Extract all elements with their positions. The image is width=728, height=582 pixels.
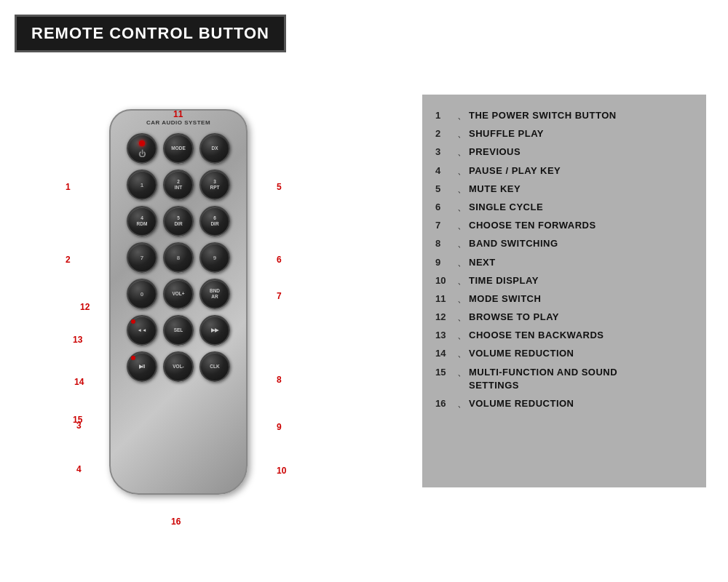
legend-sep-13: 、 (457, 329, 469, 342)
btn-play-pause[interactable]: ▶II (127, 351, 157, 382)
legend-item-7: 7 、 CHOOSE TEN FORWARDS (435, 219, 693, 232)
btn-clk[interactable]: CLK (199, 351, 230, 382)
title-text: REMOTE CONTROL BUTTON (31, 24, 269, 42)
callout-16: 16 (171, 517, 181, 527)
callout-2: 2 (66, 255, 71, 265)
legend-text-7: CHOOSE TEN FORWARDS (469, 219, 596, 232)
legend-num-8: 8 (435, 237, 457, 250)
legend-text-4: PAUSE / PLAY KEY (469, 164, 561, 178)
btn-prev[interactable]: ◄◄ (127, 315, 157, 346)
power-button[interactable]: ⏻ (127, 133, 157, 164)
callout-4: 4 (76, 464, 82, 474)
mode-button[interactable]: MODE (163, 133, 194, 164)
legend-item-8: 8 、 BAND SWITCHING (435, 237, 693, 250)
legend-sep-9: 、 (457, 256, 469, 269)
legend-item-9: 9 、 NEXT (435, 256, 693, 269)
btn-row-6: ◄◄ SEL ▶▶ (127, 315, 230, 346)
legend-text-12: BROWSE TO PLAY (469, 311, 559, 324)
legend-num-13: 13 (435, 329, 457, 342)
legend-panel: 1 、 THE POWER SWITCH BUTTON 2 、 SHUFFLE … (422, 95, 706, 487)
callout-10: 10 (277, 466, 286, 476)
legend-sep-14: 、 (457, 347, 469, 360)
legend-num-1: 1 (435, 109, 457, 122)
btn-3-rpt[interactable]: 3RPT (199, 170, 230, 200)
title-banner: REMOTE CONTROL BUTTON (15, 15, 286, 52)
legend-item-14: 14 、 VOLUME REDUCTION (435, 347, 693, 360)
legend-text-5: MUTE KEY (469, 183, 521, 196)
legend-item-10: 10 、 TIME DISPLAY (435, 274, 693, 287)
btn-sel[interactable]: SEL (163, 315, 194, 346)
callout-6: 6 (277, 255, 282, 265)
legend-container: 1 、 THE POWER SWITCH BUTTON 2 、 SHUFFLE … (435, 109, 693, 410)
btn-row-4: 7 8 9 (127, 242, 230, 273)
legend-num-2: 2 (435, 127, 457, 140)
callout-12: 12 (80, 302, 90, 312)
legend-sep-3: 、 (457, 146, 469, 159)
btn-1[interactable]: 1 (127, 170, 157, 200)
legend-num-15: 15 (435, 366, 457, 392)
btn-row-1: ⏻ MODE DX (127, 133, 230, 164)
legend-sep-6: 、 (457, 201, 469, 214)
legend-num-11: 11 (435, 292, 457, 306)
btn-row-2: 1 2INT 3RPT (127, 170, 230, 200)
btn-9[interactable]: 9 (199, 242, 230, 273)
legend-sep-1: 、 (457, 109, 469, 122)
legend-text-16: VOLUME REDUCTION (469, 397, 574, 410)
callout-14: 14 (74, 377, 84, 387)
legend-sep-4: 、 (457, 164, 469, 178)
legend-text-14: VOLUME REDUCTION (469, 347, 574, 360)
legend-num-3: 3 (435, 146, 457, 159)
remote-brand-label: CAR AUDIO SYSTEM (146, 119, 210, 126)
legend-text-15: MULTI-FUNCTION AND SOUNDSETTINGS (469, 366, 617, 392)
btn-vol-up[interactable]: VOL+ (163, 279, 194, 309)
legend-num-14: 14 (435, 347, 457, 360)
legend-item-12: 12 、 BROWSE TO PLAY (435, 311, 693, 324)
btn-row-7: ▶II VOL- CLK (127, 351, 230, 382)
remote-body: CAR AUDIO SYSTEM ⏻ MODE DX 1 2INT 3RPT (109, 109, 248, 495)
legend-item-15: 15 、 MULTI-FUNCTION AND SOUNDSETTINGS (435, 366, 693, 392)
legend-num-6: 6 (435, 201, 457, 214)
btn-4-rdm[interactable]: 4RDM (127, 206, 157, 236)
legend-num-4: 4 (435, 164, 457, 178)
dx-button[interactable]: DX (199, 133, 230, 164)
callout-5: 5 (277, 182, 282, 192)
btn-6-dir[interactable]: 6DIR (199, 206, 230, 236)
btn-next[interactable]: ▶▶ (199, 315, 230, 346)
btn-5-dir[interactable]: 5DIR (163, 206, 194, 236)
callout-11: 11 (173, 109, 183, 119)
legend-sep-8: 、 (457, 237, 469, 250)
legend-item-11: 11 、 MODE SWITCH (435, 292, 693, 306)
legend-sep-11: 、 (457, 292, 469, 306)
legend-sep-15: 、 (457, 366, 469, 392)
callout-9: 9 (277, 422, 282, 432)
legend-text-6: SINGLE CYCLE (469, 201, 543, 214)
legend-text-2: SHUFFLE PLAY (469, 127, 544, 140)
remote-area: CAR AUDIO SYSTEM ⏻ MODE DX 1 2INT 3RPT (44, 87, 320, 538)
callout-7: 7 (277, 291, 282, 301)
legend-text-9: NEXT (469, 256, 496, 269)
btn-vol-down[interactable]: VOL- (163, 351, 194, 382)
legend-num-7: 7 (435, 219, 457, 232)
legend-item-13: 13 、 CHOOSE TEN BACKWARDS (435, 329, 693, 342)
legend-sep-12: 、 (457, 311, 469, 324)
legend-num-10: 10 (435, 274, 457, 287)
btn-row-3: 4RDM 5DIR 6DIR (127, 206, 230, 236)
legend-text-11: MODE SWITCH (469, 292, 541, 306)
legend-num-5: 5 (435, 183, 457, 196)
callout-15: 15 (73, 415, 82, 425)
legend-item-6: 6 、 SINGLE CYCLE (435, 201, 693, 214)
btn-bnd[interactable]: BNDAR (199, 279, 230, 309)
legend-item-2: 2 、 SHUFFLE PLAY (435, 127, 693, 140)
legend-num-9: 9 (435, 256, 457, 269)
legend-item-1: 1 、 THE POWER SWITCH BUTTON (435, 109, 693, 122)
btn-8[interactable]: 8 (163, 242, 194, 273)
btn-7[interactable]: 7 (127, 242, 157, 273)
legend-num-12: 12 (435, 311, 457, 324)
legend-sep-16: 、 (457, 397, 469, 410)
callout-13: 13 (73, 335, 82, 345)
btn-0[interactable]: 0 (127, 279, 157, 309)
legend-text-1: THE POWER SWITCH BUTTON (469, 109, 617, 122)
legend-text-3: PREVIOUS (469, 146, 521, 159)
btn-2-int[interactable]: 2INT (163, 170, 194, 200)
legend-item-5: 5 、 MUTE KEY (435, 183, 693, 196)
